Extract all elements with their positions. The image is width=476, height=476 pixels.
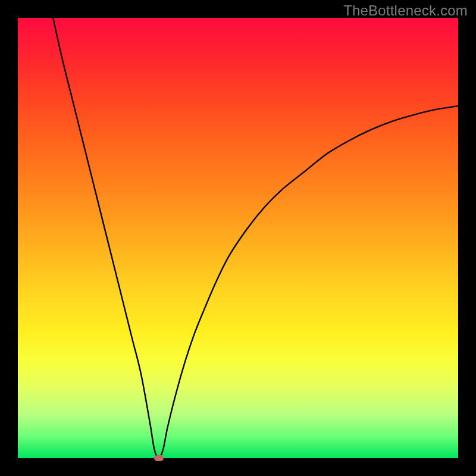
curve-svg bbox=[18, 18, 458, 458]
bottleneck-curve bbox=[53, 18, 458, 458]
watermark-text: TheBottleneck.com bbox=[343, 2, 468, 19]
plot-area bbox=[18, 18, 458, 458]
optimum-marker bbox=[154, 455, 164, 461]
chart-frame: TheBottleneck.com bbox=[0, 0, 476, 476]
